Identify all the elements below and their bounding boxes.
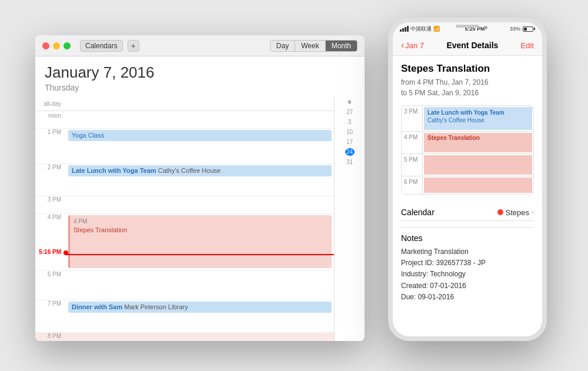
time-7pm: 7 PM	[35, 300, 66, 332]
add-calendar-button[interactable]: +	[128, 40, 139, 52]
battery-tip	[534, 28, 535, 30]
ios-time-3pm: 3 PM	[402, 106, 423, 131]
calendar-main[interactable]: all-day noon 1 PM Yoga Class 2 PM	[35, 97, 334, 341]
back-label: Jan 7	[405, 41, 424, 50]
time-4pm: 4 PM	[35, 214, 66, 270]
3pm-content	[66, 196, 334, 213]
iphone-camera	[484, 26, 487, 29]
wifi-icon: 📶	[433, 26, 440, 32]
all-day-label: all-day	[35, 101, 66, 107]
battery-percent: 33%	[510, 26, 520, 32]
mini-week-27: 27	[336, 107, 363, 117]
ios-late-lunch-event[interactable]: Late Lunch with Yoga Team Cathy's Coffee…	[424, 107, 532, 130]
calendar-section-label: Calendar	[401, 208, 435, 217]
iphone-inner: 中国联通 📶 5:25 PM 33% ‹ Jan 7 Event Details	[393, 22, 542, 310]
maximize-button[interactable]	[64, 42, 71, 49]
note-line-3: Created: 07-01-2016	[401, 282, 466, 290]
ios-calendar-row[interactable]: Calendar Stepes ›	[401, 204, 534, 221]
close-button[interactable]	[42, 42, 49, 49]
mini-week-24: 24	[336, 147, 363, 157]
all-day-row: all-day	[35, 97, 334, 111]
hour-row-4pm: 4 PM 4 PM Stepes Translation 5:16 PM	[35, 214, 334, 271]
ios-time-6pm: 6 PM	[402, 176, 423, 194]
ios-cal-6pm: 6 PM	[402, 176, 533, 194]
time-1pm: 1 PM	[35, 129, 66, 163]
time-noon: noon	[35, 111, 66, 128]
month-view-button[interactable]: Month	[326, 41, 357, 51]
ios-late-lunch-name: Late Lunch with Yoga Team	[427, 109, 529, 116]
ios-stepes-event[interactable]: Stepes Translation	[424, 133, 532, 152]
back-chevron-icon: ‹	[401, 40, 404, 51]
1pm-content: Yoga Class	[66, 129, 334, 163]
stepes-translation-event[interactable]: 4 PM Stepes Translation	[68, 215, 332, 268]
view-switcher: Day Week Month	[270, 40, 358, 52]
signal-area: 中国联通 📶	[400, 25, 440, 33]
7pm-content: Dinner with Sam Mark Peterson Library	[66, 300, 334, 332]
time-2pm: 2 PM	[35, 164, 66, 196]
calendar-chevron-icon: ›	[532, 208, 534, 216]
ios-cal-4pm: 4 PM Stepes Translation	[402, 132, 533, 154]
ios-time-4pm: 4 PM	[402, 132, 423, 153]
2pm-content: Late Lunch with Yoga Team Cathy's Coffee…	[66, 164, 334, 196]
iphone-content[interactable]: Stepes Translation from 4 PM Thu, Jan 7,…	[393, 56, 542, 310]
titlebar: Calendars + Day Week Month	[35, 35, 365, 56]
calendar-body: all-day noon 1 PM Yoga Class 2 PM	[35, 97, 365, 341]
hour-row-3pm: 3 PM	[35, 196, 334, 214]
minimize-button[interactable]	[53, 42, 60, 49]
late-lunch-name: Late Lunch with Yoga Team	[72, 167, 156, 174]
stepes-event-name: Stepes Translation	[74, 226, 328, 235]
note-line-1: Project ID: 392657738 - JP	[401, 259, 486, 267]
calendar-dot-icon	[497, 209, 503, 215]
calendar-value-area: Stepes ›	[497, 208, 534, 217]
mini-day-10: 10	[345, 128, 355, 136]
traffic-lights	[42, 42, 71, 49]
signal-bar-2	[402, 28, 404, 32]
ios-mini-calendar: 3 PM Late Lunch with Yoga Team Cathy's C…	[401, 105, 534, 195]
ios-event-dates: from 4 PM Thu, Jan 7, 2016 to 5 PM Sat, …	[401, 77, 534, 98]
battery-area: 33%	[510, 26, 535, 32]
date-title: January 7, 2016	[45, 63, 355, 82]
4pm-content: 4 PM Stepes Translation 5:16 PM	[66, 214, 334, 270]
8pm-content	[66, 333, 334, 341]
ios-4pm-event-col: Stepes Translation	[423, 132, 533, 153]
week-view-button[interactable]: Week	[295, 41, 325, 51]
signal-bar-1	[400, 29, 402, 32]
dinner-name: Dinner with Sam	[72, 303, 122, 310]
back-button[interactable]: ‹ Jan 7	[401, 40, 424, 51]
hour-row-noon: noon	[35, 111, 334, 129]
mini-week-17: 17	[336, 137, 363, 147]
mini-day-24: 24	[345, 148, 355, 156]
hour-row-8pm: 8 PM	[35, 333, 334, 341]
yoga-class-name: Yoga Class	[72, 132, 104, 139]
day-view-button[interactable]: Day	[270, 41, 295, 51]
time-3pm: 3 PM	[35, 196, 66, 213]
mini-day-17: 17	[345, 138, 355, 146]
iphone-speaker	[456, 25, 479, 28]
edit-button[interactable]: Edit	[521, 41, 534, 50]
time-8pm: 8 PM	[35, 333, 66, 341]
signal-bar-3	[405, 27, 406, 32]
mini-week-3: 3	[336, 117, 363, 127]
calendar-value: Stepes	[506, 208, 529, 217]
late-lunch-location: Cathy's Coffee House	[158, 167, 220, 174]
battery-icon	[523, 26, 535, 32]
yoga-class-event[interactable]: Yoga Class	[68, 130, 332, 141]
ios-3pm-event-col: Late Lunch with Yoga Team Cathy's Coffee…	[423, 106, 533, 131]
ios-time-5pm: 5 PM	[402, 154, 423, 176]
mini-week-31: 31	[336, 157, 363, 167]
battery-fill	[524, 28, 527, 31]
late-lunch-event[interactable]: Late Lunch with Yoga Team Cathy's Coffee…	[68, 165, 332, 176]
ios-6pm-event-col	[423, 176, 533, 194]
dinner-location: Mark Peterson Library	[124, 303, 188, 310]
iphone-navbar: ‹ Jan 7 Event Details Edit	[393, 35, 542, 56]
mini-day-27: 27	[345, 108, 355, 116]
dinner-with-sam-event[interactable]: Dinner with Sam Mark Peterson Library	[68, 302, 332, 313]
mini-day-31: 31	[345, 158, 355, 166]
notes-section: Notes Marketing Translation Project ID: …	[401, 227, 534, 310]
mini-calendar: S 27 3 10 17 24 31	[334, 97, 365, 341]
hour-row-7pm: 7 PM Dinner with Sam Mark Peterson Libra…	[35, 300, 334, 333]
current-time-dot	[64, 250, 68, 255]
ios-stepes-event-end	[424, 178, 532, 193]
calendars-button[interactable]: Calendars	[80, 40, 123, 52]
hour-row-1pm: 1 PM Yoga Class	[35, 129, 334, 164]
